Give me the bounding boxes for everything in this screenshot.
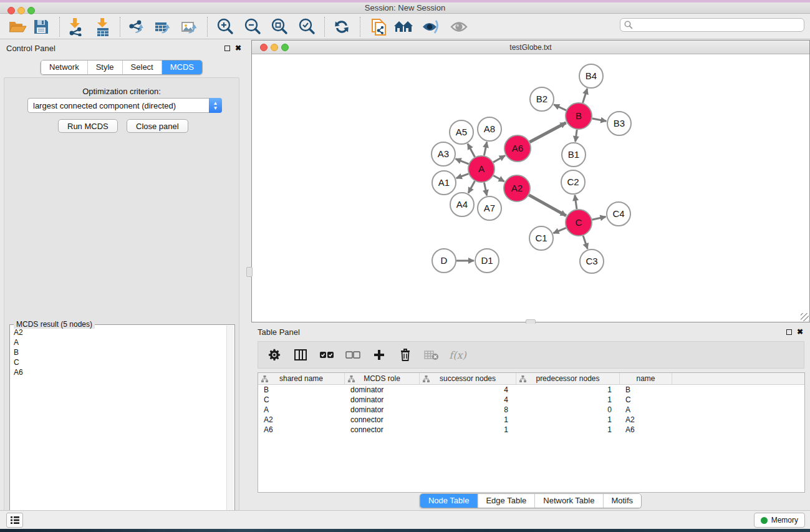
select-all-icon[interactable] — [318, 346, 335, 364]
node-A5[interactable]: A5 — [450, 120, 473, 144]
table-cell[interactable]: dominator — [345, 385, 420, 395]
node-C2[interactable]: C2 — [561, 170, 585, 194]
tab-style[interactable]: Style — [87, 60, 122, 74]
mcds-result-list[interactable]: A2ABCA6 — [11, 327, 228, 532]
table-cell[interactable]: 8 — [420, 405, 516, 415]
table-cell[interactable]: A — [258, 405, 345, 415]
network-minimize-button[interactable] — [271, 44, 278, 51]
node-A[interactable]: A — [468, 156, 494, 182]
deselect-all-icon[interactable] — [344, 346, 362, 364]
edge-C-C2[interactable] — [575, 195, 577, 209]
node-B[interactable]: B — [566, 103, 592, 129]
network-close-button[interactable] — [260, 44, 268, 51]
node-C3[interactable]: C3 — [580, 249, 604, 273]
edge-A-A7[interactable] — [484, 183, 486, 196]
network-from-clipboard-icon[interactable] — [368, 17, 389, 37]
zoom-selected-icon[interactable] — [296, 17, 317, 37]
table-cell[interactable]: 1 — [516, 425, 620, 435]
import-table-icon[interactable] — [92, 17, 113, 37]
minimize-window-button[interactable] — [17, 7, 25, 14]
node-A7[interactable]: A7 — [478, 196, 501, 220]
column-header-name[interactable]: name — [620, 373, 672, 384]
table-cell[interactable]: 1 — [420, 425, 516, 435]
node-C[interactable]: C — [566, 210, 592, 236]
table-cell[interactable]: C — [258, 395, 345, 405]
tab-network-table[interactable]: Network Table — [534, 494, 602, 508]
window-resize-grip[interactable] — [801, 313, 809, 321]
close-window-button[interactable] — [7, 7, 15, 14]
search-input[interactable] — [634, 21, 804, 29]
maximize-window-button[interactable] — [27, 7, 35, 14]
table-cell[interactable]: connector — [345, 425, 420, 435]
table-cell[interactable]: 4 — [420, 395, 516, 405]
table-row[interactable]: Adominator80A — [258, 405, 804, 415]
edge-B-B3[interactable] — [592, 118, 607, 121]
vertical-split-grip[interactable] — [246, 267, 253, 277]
table-cell[interactable]: A — [620, 405, 672, 415]
edge-C-C3[interactable] — [583, 236, 587, 249]
table-cell[interactable]: B — [620, 385, 672, 395]
tab-mcds[interactable]: MCDS — [162, 60, 202, 74]
table-cell[interactable]: A6 — [258, 425, 345, 435]
table-row[interactable]: A6connector11A6 — [258, 425, 804, 435]
node-C1[interactable]: C1 — [529, 226, 553, 250]
result-item[interactable]: B — [11, 347, 228, 357]
node-A6[interactable]: A6 — [504, 135, 531, 162]
save-session-icon[interactable] — [31, 17, 52, 37]
criterion-dropdown[interactable]: largest connected component (directed) ▲… — [27, 98, 222, 113]
table-cell[interactable]: 4 — [420, 385, 516, 395]
edge-B-B2[interactable] — [554, 105, 566, 110]
export-image-icon[interactable] — [179, 17, 200, 37]
network-maximize-button[interactable] — [281, 44, 289, 51]
edge-A-A4[interactable] — [468, 181, 475, 193]
node-A1[interactable]: A1 — [432, 171, 456, 195]
float-table-panel-icon[interactable] — [786, 329, 792, 335]
tab-network[interactable]: Network — [41, 60, 87, 74]
export-table-icon[interactable] — [152, 17, 173, 37]
tab-select[interactable]: Select — [122, 60, 162, 74]
home-icon[interactable] — [393, 17, 414, 37]
search-field[interactable] — [620, 18, 804, 32]
edge-A-A6[interactable] — [493, 155, 505, 162]
zoom-out-icon[interactable] — [242, 17, 263, 37]
table-cell[interactable]: 1 — [516, 395, 620, 405]
table-cell[interactable]: dominator — [345, 405, 420, 415]
delete-column-trash-icon[interactable] — [397, 346, 414, 364]
edge-A-A2[interactable] — [493, 176, 504, 182]
table-cell[interactable]: A2 — [258, 415, 345, 425]
table-cell[interactable]: A2 — [620, 415, 672, 425]
network-graph[interactable]: B4B2BB3A5A8A6A3B1AA1C2A2A4A7CC4C1C3DD1 — [253, 55, 809, 322]
edge-B-B4[interactable] — [583, 89, 587, 103]
show-graphics-details-icon[interactable] — [448, 17, 470, 37]
edge-A6-B[interactable] — [529, 123, 566, 142]
export-network-icon[interactable] — [126, 17, 147, 37]
tab-motifs[interactable]: Motifs — [602, 494, 641, 508]
column-header-predecessor-nodes[interactable]: predecessor nodes — [516, 373, 620, 384]
edge-A-A5[interactable] — [468, 143, 475, 157]
show-columns-icon[interactable] — [292, 346, 309, 364]
node-A8[interactable]: A8 — [478, 117, 501, 141]
node-A3[interactable]: A3 — [432, 142, 455, 166]
result-item[interactable]: A6 — [11, 367, 228, 377]
table-cell[interactable]: 1 — [420, 415, 516, 425]
column-header-shared-name[interactable]: shared name — [258, 373, 345, 384]
node-A4[interactable]: A4 — [450, 193, 474, 216]
delete-table-icon[interactable] — [423, 346, 440, 364]
table-row[interactable]: A2connector11A2 — [258, 415, 804, 425]
table-row[interactable]: Bdominator41B — [258, 385, 804, 395]
table-cell[interactable]: A6 — [620, 425, 672, 435]
column-header-successor-nodes[interactable]: successor nodes — [420, 373, 516, 384]
result-item[interactable]: A — [11, 337, 228, 347]
node-D[interactable]: D — [432, 249, 456, 273]
edge-A-A8[interactable] — [484, 142, 486, 156]
node-A2[interactable]: A2 — [504, 175, 530, 201]
node-D1[interactable]: D1 — [475, 249, 499, 273]
open-session-icon[interactable] — [7, 17, 28, 37]
edge-A-A3[interactable] — [456, 159, 469, 164]
table-cell[interactable]: connector — [345, 415, 420, 425]
table-cell[interactable]: C — [620, 395, 672, 405]
tab-node-table[interactable]: Node Table — [420, 494, 478, 508]
task-history-button[interactable] — [6, 513, 23, 528]
hide-graphics-details-icon[interactable] — [420, 17, 441, 37]
node-B4[interactable]: B4 — [579, 64, 603, 88]
